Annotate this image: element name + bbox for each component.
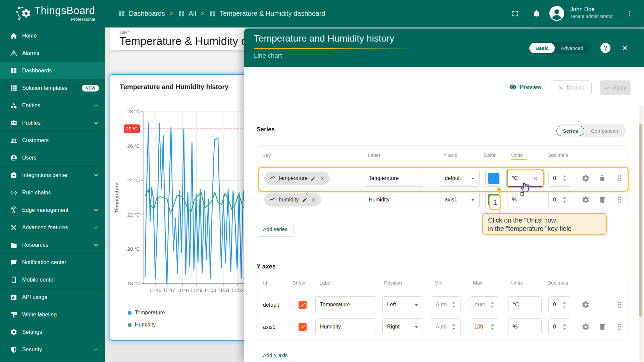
tutorial-tooltip: Click on the "Units" row in the "tempera… (482, 213, 607, 235)
series-yaxis-select-0[interactable]: default (440, 170, 480, 187)
mode-advanced[interactable]: Advanced (555, 43, 589, 53)
sidebar-item-white-labeling[interactable]: White labeling (0, 306, 105, 323)
sidebar-item-dashboards[interactable]: Dashboards (0, 62, 105, 79)
svg-text:18 °C: 18 °C (127, 281, 140, 286)
stepper-icon[interactable] (490, 323, 494, 330)
sidebar-item-resources[interactable]: Resources (0, 236, 105, 253)
breadcrumb-item[interactable]: All (178, 10, 196, 17)
sidebar-item-advanced-features[interactable]: Advanced features (0, 219, 105, 236)
series-delete-icon-1[interactable] (598, 196, 606, 204)
series-label-input-0[interactable]: Temperature (364, 170, 424, 187)
series-key-chip-temperature[interactable]: temperature (264, 172, 330, 185)
notifications-icon[interactable] (532, 9, 541, 18)
yaxis-units-input-1[interactable]: % (508, 318, 542, 335)
stepper-icon[interactable] (562, 323, 567, 330)
series-section-title: Series (257, 126, 275, 133)
remove-key-icon[interactable] (319, 176, 325, 181)
series-key-chip-humidity[interactable]: humidity (264, 193, 321, 206)
user-block[interactable]: John Doe Tenant administrator (570, 6, 613, 20)
sidebar-item-home[interactable]: Home (0, 27, 105, 44)
sidebar-item-notification-center[interactable]: Notification center (0, 253, 105, 271)
series-decimals-input-0[interactable]: 0 (548, 170, 571, 187)
svg-text:22 °C: 22 °C (127, 212, 140, 218)
series-yaxis-select-1[interactable]: axis1 (440, 191, 480, 208)
breadcrumb-item[interactable]: Dashboards (118, 10, 165, 17)
decline-button[interactable]: Decline (551, 80, 592, 95)
sidebar-item-security[interactable]: Security (0, 341, 105, 358)
yaxis-position-select-1[interactable]: Right (382, 318, 423, 335)
series-units-input-0[interactable]: °C (507, 170, 543, 187)
yaxis-min-input-1[interactable]: Auto (431, 318, 461, 335)
sidebar-item-alarms[interactable]: Alarms (0, 44, 105, 62)
sidebar-item-users[interactable]: Users (0, 149, 105, 166)
sidebar-item-integrations-center[interactable]: Integrations center (0, 166, 105, 184)
profiles-icon (10, 119, 17, 127)
user-role: Tenant administrator (570, 13, 613, 20)
add-y-axis-button[interactable]: Add Y axis (257, 348, 294, 362)
edit-icon[interactable] (302, 197, 308, 203)
edit-icon[interactable] (311, 176, 316, 181)
series-decimals-input-1[interactable]: 0 (548, 191, 571, 208)
sidebar-item-profiles[interactable]: Profiles (0, 114, 105, 131)
yaxis-min-input-0[interactable]: Auto (431, 296, 461, 313)
yaxis-position-select-0[interactable]: Left (382, 296, 423, 313)
yaxis-show-checkbox-1[interactable] (299, 323, 307, 331)
check-icon (604, 85, 610, 91)
avatar-icon[interactable] (549, 6, 564, 21)
yaxis-units-input-0[interactable]: °C (508, 296, 542, 313)
series-drag-handle-0[interactable] (615, 174, 623, 182)
sidebar-item-solution-templates[interactable]: Solution templatesNEW (0, 79, 105, 97)
series-color-swatch-0[interactable] (485, 170, 502, 187)
sidebar-item-customers[interactable]: Customers (0, 131, 105, 149)
sidebar-item-mobile-center[interactable]: Mobile center (0, 271, 105, 288)
yaxis-max-input-1[interactable]: 100 (470, 318, 499, 335)
sidebar-item-entities[interactable]: Entities (0, 97, 105, 114)
legend-item-temperature[interactable]: Temperature (128, 310, 165, 316)
sidebar-item-edge-management[interactable]: Edge management (0, 201, 105, 219)
yaxis-delete-icon-1[interactable] (598, 323, 606, 331)
stepper-icon[interactable] (562, 301, 567, 308)
stepper-icon[interactable] (562, 175, 567, 182)
series-label-input-1[interactable]: Humidity (364, 191, 424, 208)
add-series-button[interactable]: Add series (257, 222, 294, 237)
clear-units-icon[interactable] (532, 175, 539, 182)
yaxis-decimals-input-0[interactable]: 0 (548, 296, 571, 313)
yaxis-settings-icon-0[interactable] (582, 301, 590, 309)
breadcrumb-item[interactable]: Temperature & Humidity dashboard (209, 10, 325, 17)
fullscreen-icon[interactable] (511, 9, 520, 18)
preview-button[interactable]: Preview (509, 83, 541, 91)
logo[interactable]: ThingsBoard Professional (15, 5, 95, 22)
series-drag-handle-1[interactable] (615, 196, 623, 204)
scrollbar-thumb[interactable] (639, 124, 642, 317)
stepper-icon[interactable] (490, 301, 494, 308)
rule-chains-icon (10, 189, 17, 196)
view-comparison[interactable]: Comparison (584, 125, 625, 136)
sidebar-item-api-usage[interactable]: API usage (0, 288, 105, 306)
more-vert-icon[interactable] (626, 9, 633, 18)
close-icon[interactable] (621, 44, 629, 52)
view-series[interactable]: Series (556, 126, 584, 136)
stepper-icon[interactable] (562, 196, 567, 203)
col-units: Units (511, 152, 523, 158)
series-settings-icon-0[interactable] (582, 174, 590, 182)
yaxis-drag-handle-0[interactable] (615, 301, 623, 309)
help-icon[interactable]: ? (600, 43, 610, 53)
sidebar-item-rule-chains[interactable]: Rule chains (0, 184, 105, 201)
stepper-icon[interactable] (452, 301, 456, 308)
series-settings-icon-1[interactable] (582, 196, 590, 204)
yaxis-label-input-0[interactable]: Temperature (315, 296, 376, 313)
series-delete-icon-0[interactable] (598, 174, 606, 182)
stepper-icon[interactable] (452, 323, 456, 330)
yaxis-max-input-0[interactable]: Auto (470, 296, 499, 313)
yaxis-drag-handle-1[interactable] (615, 323, 623, 331)
sidebar-item-settings[interactable]: Settings (0, 323, 105, 341)
yaxis-show-checkbox-0[interactable] (299, 301, 307, 309)
legend-item-humidity[interactable]: Humidity (128, 322, 156, 328)
remove-key-icon[interactable] (311, 197, 316, 203)
yaxis-settings-icon-1[interactable] (582, 323, 590, 331)
yaxis-label-input-1[interactable]: Humidity (315, 318, 376, 335)
mode-basic[interactable]: Basic (529, 43, 555, 53)
series-units-input-1[interactable]: % (507, 191, 543, 208)
apply-button[interactable]: Apply (600, 80, 631, 95)
yaxis-decimals-input-1[interactable]: 0 (548, 318, 571, 335)
